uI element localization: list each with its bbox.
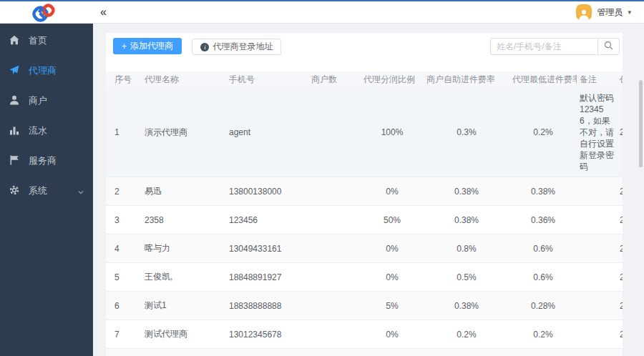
vertical-scrollbar-thumb[interactable] (639, 80, 643, 167)
sidebar-item-transactions[interactable]: 流水 (0, 118, 93, 144)
sidebar-item-system[interactable]: 系统 (0, 178, 93, 204)
cell-share: 0% (361, 349, 424, 356)
cell-merchant_rate: 0.8% (424, 234, 509, 263)
caret-down-icon: ▾ (628, 9, 631, 16)
cell-name: 喀与力 (142, 234, 226, 263)
cell-phone: 123456 (226, 206, 308, 234)
cell-share: 5% (361, 292, 424, 320)
cell-agent_min_rate: 0.2% (509, 320, 577, 349)
app-logo-icon (27, 4, 59, 26)
column-header-merchant_rate: 商户自助进件费率 (424, 71, 509, 88)
gear-icon (9, 185, 19, 197)
search-input[interactable] (490, 38, 597, 55)
sidebar-item-label: 商户 (29, 94, 47, 107)
cell-name: 测试1 (142, 292, 226, 320)
cell-phone: 13012345678 (226, 320, 308, 349)
cell-created: 2 (617, 320, 623, 349)
cell-remark (577, 263, 617, 292)
cell-agent_min_rate: 0.6% (509, 234, 577, 263)
cell-no: 2 (106, 177, 142, 206)
info-icon: i (200, 43, 209, 51)
cell-created: 2 (617, 177, 623, 206)
sidebar: 首页 代理商 商户 流水 服务商 系统 (0, 24, 93, 356)
column-header-share: 代理分润比例 (361, 71, 424, 88)
cell-agent_min_rate: 0.38% (509, 177, 577, 206)
table-row: 1演示代理商agent100%0.3%0.2%默认密码123456，如果不对，请… (106, 88, 623, 177)
cell-created: 2 (617, 88, 623, 177)
cell-agent_min_rate: 0.25% (509, 349, 577, 356)
cell-created: 2 (617, 263, 623, 292)
sidebar-collapse-icon[interactable]: « (100, 6, 107, 19)
flag-icon (9, 155, 19, 167)
cell-merchants (308, 206, 361, 234)
cell-no: 8 (106, 349, 142, 356)
search-icon (604, 41, 613, 52)
cell-merchants (308, 263, 361, 292)
bar-chart-icon (9, 125, 19, 137)
cell-phone: 123456789 (226, 349, 308, 356)
cell-agent_min_rate: 0.28% (509, 292, 577, 320)
cell-remark (577, 320, 617, 349)
cell-share: 0% (361, 177, 424, 206)
sidebar-item-merchants[interactable]: 商户 (0, 88, 93, 114)
cell-agent_min_rate: 0.36% (509, 206, 577, 234)
cell-agent_min_rate: 0.6% (509, 263, 577, 292)
cell-phone: 18848891927 (226, 263, 308, 292)
cell-name: 测试代理商 (142, 320, 226, 349)
cell-no: 4 (106, 234, 142, 263)
agent-login-url-button[interactable]: i 代理商登录地址 (192, 39, 281, 55)
add-agent-label: 添加代理商 (130, 40, 173, 52)
cell-phone: agent (226, 88, 308, 177)
table-row: 8哦哦1234567890%0.5%0.25%2 (106, 349, 623, 356)
home-icon (9, 35, 19, 47)
table-row: 3235812345650%0.38%0.36%2 (106, 206, 623, 234)
cell-share: 0% (361, 320, 424, 349)
cell-remark (577, 349, 617, 356)
cell-created: 2 (617, 206, 623, 234)
avatar (576, 4, 592, 20)
sidebar-item-agents[interactable]: 代理商 (0, 58, 93, 84)
window-top-strip (0, 0, 644, 1)
column-header-no: 序号 (106, 71, 142, 88)
cell-merchants (308, 234, 361, 263)
cell-share: 0% (361, 263, 424, 292)
cell-created: 2 (617, 349, 623, 356)
cell-merchant_rate: 0.3% (424, 88, 509, 177)
column-header-merchants: 商户数 (308, 71, 361, 88)
agents-table: 序号代理名称手机号商户数代理分润比例商户自助进件费率代理最低进件费率备注创建时间… (106, 71, 623, 356)
cell-agent_min_rate: 0.2% (509, 88, 577, 177)
search-group (490, 38, 620, 55)
toolbar: + 添加代理商 i 代理商登录地址 (106, 33, 623, 63)
column-header-phone: 手机号 (226, 71, 308, 88)
cell-merchants (308, 320, 361, 349)
search-button[interactable] (597, 38, 620, 55)
cell-phone: 18838888888 (226, 292, 308, 320)
cell-no: 3 (106, 206, 142, 234)
column-header-created: 创建时间 (617, 71, 623, 88)
sidebar-item-home[interactable]: 首页 (0, 28, 93, 54)
table-row: 6测试1188388888885%0.38%0.28%2 (106, 292, 623, 320)
admin-label: 管理员 (597, 6, 623, 19)
sidebar-item-providers[interactable]: 服务商 (0, 148, 93, 174)
cell-no: 5 (106, 263, 142, 292)
topbar: « 管理员 ▾ (0, 1, 644, 24)
column-header-remark: 备注 (577, 71, 617, 88)
sidebar-item-label: 服务商 (29, 154, 57, 167)
add-agent-button[interactable]: + 添加代理商 (113, 38, 182, 54)
cell-merchants (308, 292, 361, 320)
table-row: 7测试代理商130123456780%0.2%0.2%2 (106, 320, 623, 349)
promotion-icon (9, 65, 19, 77)
cell-remark (577, 292, 617, 320)
column-header-agent_min_rate: 代理最低进件费率 (509, 71, 577, 88)
table-header: 序号代理名称手机号商户数代理分润比例商户自助进件费率代理最低进件费率备注创建时间 (106, 71, 623, 88)
cell-merchants (308, 177, 361, 206)
table-row: 5王俊凯,188488919270%0.5%0.6%2 (106, 263, 623, 292)
cell-created: 2 (617, 292, 623, 320)
cell-merchant_rate: 0.5% (424, 349, 509, 356)
admin-menu[interactable]: 管理员 ▾ (576, 4, 631, 20)
cell-remark (577, 206, 617, 234)
cell-merchants (308, 88, 361, 177)
agents-card: + 添加代理商 i 代理商登录地址 序号代理名称手机号商户数代理分润比例商户自助… (106, 33, 623, 356)
cell-name: 2358 (142, 206, 226, 234)
chevron-down-icon (77, 187, 84, 198)
